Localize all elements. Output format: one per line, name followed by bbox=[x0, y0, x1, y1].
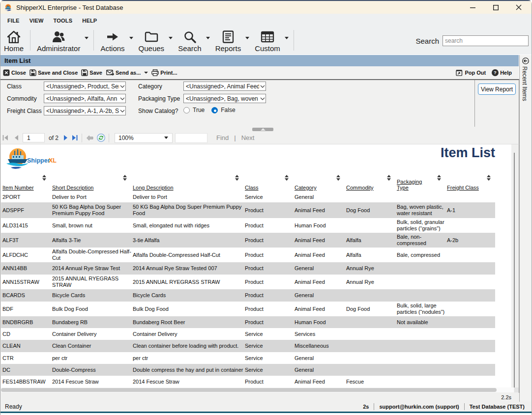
home-icon bbox=[7, 30, 21, 44]
class-select[interactable]: <Unassigned>, Product, Ser bbox=[44, 82, 126, 91]
column-header-label[interactable]: Packaging Type bbox=[397, 179, 424, 191]
first-page-button[interactable] bbox=[2, 135, 8, 140]
table-cell: Product bbox=[243, 262, 293, 275]
toolbar-dropdown-caret[interactable] bbox=[285, 37, 289, 39]
column-header-label[interactable]: Class bbox=[245, 185, 259, 191]
horizontal-scrollbar[interactable] bbox=[1, 387, 514, 392]
actions-icon bbox=[106, 30, 119, 44]
save-button[interactable]: Save bbox=[81, 69, 102, 76]
table-cell: Bicycle Cards bbox=[131, 289, 243, 302]
toolbar-item-search[interactable]: Search bbox=[175, 27, 205, 55]
sort-icon[interactable] bbox=[336, 175, 341, 181]
commodity-select[interactable]: <Unassigned>, Alfalfa, Ann bbox=[44, 94, 126, 103]
table-cell bbox=[445, 316, 495, 328]
send-as-button[interactable]: Send as... bbox=[106, 70, 148, 76]
toolbar-dropdown-caret[interactable] bbox=[245, 37, 249, 39]
category-label: Category bbox=[138, 83, 162, 90]
sort-icon[interactable] bbox=[437, 175, 442, 181]
splitter-collapse-handle[interactable] bbox=[252, 128, 273, 131]
table-cell: BCARDS bbox=[1, 289, 51, 302]
column-header-label[interactable]: Long Description bbox=[133, 185, 174, 191]
find-input[interactable] bbox=[175, 133, 207, 143]
sort-icon[interactable] bbox=[42, 175, 47, 181]
zoom-select[interactable]: 100% bbox=[115, 133, 173, 143]
table-cell: Animal Feed bbox=[293, 233, 345, 248]
maximize-button[interactable] bbox=[489, 2, 502, 13]
table-cell: Bale, non-compressed bbox=[395, 233, 445, 248]
table-cell: Small, elongated nut with ridges bbox=[131, 218, 243, 233]
radio-false[interactable] bbox=[211, 107, 218, 113]
toolbar-dropdown-caret[interactable] bbox=[169, 37, 173, 39]
sort-icon[interactable] bbox=[123, 175, 127, 181]
toolbar-item-administrator[interactable]: Administrator bbox=[33, 27, 84, 55]
close-button[interactable]: Close bbox=[3, 69, 26, 76]
find-button[interactable]: Find bbox=[216, 134, 229, 141]
column-header-label[interactable]: Commodity bbox=[346, 185, 374, 191]
sort-icon[interactable] bbox=[487, 175, 491, 181]
next-page-button[interactable] bbox=[63, 135, 68, 140]
table-cell: Alfalfa bbox=[345, 248, 395, 262]
page-number-input[interactable] bbox=[23, 133, 45, 142]
pop-out-button[interactable]: Pop Out bbox=[456, 69, 486, 76]
print-button[interactable]: Print... bbox=[151, 69, 177, 76]
table-cell: Container Delivery bbox=[131, 328, 243, 340]
back-button[interactable] bbox=[86, 135, 93, 141]
column-header-label[interactable]: Freight Class bbox=[447, 185, 479, 191]
commodity-label: Commodity bbox=[7, 95, 37, 102]
sort-icon[interactable] bbox=[387, 175, 391, 181]
toolbar-item-reports[interactable]: Reports bbox=[212, 27, 245, 55]
send-as-dropdown-caret[interactable] bbox=[144, 72, 148, 74]
toolbar-dropdown-caret[interactable] bbox=[85, 37, 89, 39]
minimize-button[interactable] bbox=[466, 2, 479, 13]
table-cell: Bag, woven plastic, water resistant bbox=[395, 202, 445, 218]
column-header: Packaging Type bbox=[395, 173, 445, 192]
toolbar-dropdown-caret[interactable] bbox=[206, 37, 210, 39]
recent-items-panel[interactable]: Recent Items bbox=[519, 55, 532, 402]
next-button[interactable]: Next bbox=[241, 134, 255, 141]
close-window-button[interactable] bbox=[512, 2, 525, 13]
menu-help[interactable]: HELP bbox=[77, 18, 102, 24]
freight-class-select[interactable]: <Unassigned>, A-1, A-2b, S bbox=[44, 106, 126, 115]
horizontal-scrollbar-thumb[interactable] bbox=[1, 388, 497, 392]
table-cell: Double-Compress bbox=[51, 364, 131, 376]
table-cell: Services bbox=[293, 328, 345, 340]
table-cell: Alfalfa Double-Compressed Half-Cut bbox=[51, 248, 131, 262]
toolbar-item-custom[interactable]: Custom bbox=[251, 27, 284, 55]
vertical-scrollbar[interactable] bbox=[514, 153, 515, 387]
radio-true[interactable] bbox=[183, 107, 190, 113]
save-icon bbox=[30, 69, 36, 76]
table-cell: Dog Food bbox=[345, 302, 395, 316]
report-title: Item List bbox=[441, 145, 495, 161]
save-and-close-button[interactable]: Save and Close bbox=[30, 69, 78, 76]
toolbar-item-actions[interactable]: Actions bbox=[97, 27, 128, 55]
toolbar-dropdown-caret[interactable] bbox=[129, 37, 133, 39]
menu-file[interactable]: FILE bbox=[0, 18, 25, 24]
column-header-label[interactable]: Short Description bbox=[52, 185, 93, 191]
previous-page-button[interactable] bbox=[14, 135, 19, 140]
table-cell bbox=[445, 248, 495, 262]
toolbar-item-label: Queues bbox=[139, 44, 165, 53]
column-header-label[interactable]: Category bbox=[295, 185, 317, 191]
view-report-button[interactable]: View Report bbox=[478, 83, 516, 95]
refresh-button[interactable] bbox=[97, 134, 105, 142]
menu-tools[interactable]: TOOLS bbox=[49, 18, 78, 24]
table-cell: FES14BBSTRAW bbox=[1, 376, 51, 387]
parameters-panel: Class <Unassigned>, Product, Ser Categor… bbox=[0, 79, 519, 127]
administrator-icon bbox=[51, 30, 66, 44]
last-page-button[interactable] bbox=[72, 135, 78, 140]
sort-icon[interactable] bbox=[235, 175, 239, 181]
search-input[interactable] bbox=[443, 35, 529, 46]
chevron-down-icon bbox=[119, 110, 125, 112]
sort-icon[interactable] bbox=[285, 175, 289, 181]
toolbar-item-home[interactable]: Home bbox=[0, 27, 27, 55]
menu-view[interactable]: VIEW bbox=[25, 18, 49, 24]
table-cell: Container Delivery bbox=[51, 328, 131, 340]
expand-arrow-icon[interactable] bbox=[522, 57, 529, 64]
table-cell bbox=[395, 262, 445, 275]
toolbar-item-queues[interactable]: Queues bbox=[135, 27, 168, 55]
table-cell bbox=[395, 364, 445, 376]
packaging-type-select[interactable]: <Unassigned>, Bag, woven bbox=[183, 94, 266, 103]
column-header-label[interactable]: Item Number bbox=[2, 185, 34, 191]
category-select[interactable]: <Unassigned>, Animal Feed bbox=[183, 82, 266, 91]
help-button[interactable]: ? Help bbox=[492, 69, 512, 76]
